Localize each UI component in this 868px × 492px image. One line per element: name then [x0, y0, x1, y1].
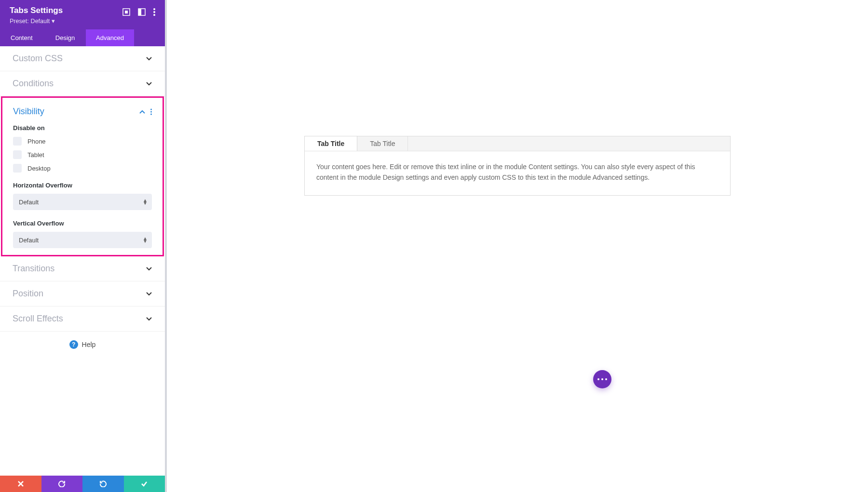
module-tabs: Tab Title Tab Title: [305, 136, 730, 151]
sidebar-toggle-icon[interactable]: [138, 8, 146, 16]
module-tab-2[interactable]: Tab Title: [357, 136, 408, 151]
more-icon[interactable]: [150, 108, 152, 115]
footer-actions: [0, 476, 165, 492]
horizontal-overflow-select[interactable]: Default ▲▼: [13, 194, 152, 210]
disable-on-tablet[interactable]: Tablet: [13, 148, 152, 161]
help-link[interactable]: ? Help: [0, 331, 165, 358]
disable-on-desktop[interactable]: Desktop: [13, 161, 152, 175]
section-custom-css[interactable]: Custom CSS: [0, 46, 165, 71]
chevron-down-icon: [146, 266, 152, 272]
svg-point-8: [150, 111, 152, 112]
tabs-module: Tab Title Tab Title Your content goes he…: [304, 136, 731, 196]
panel-header: Tabs Settings Preset: Default ▾: [0, 0, 165, 29]
expand-icon[interactable]: [122, 8, 130, 16]
cancel-button[interactable]: [0, 476, 41, 492]
module-content[interactable]: Your content goes here. Edit or remove t…: [305, 151, 730, 195]
vertical-overflow-label: Vertical Overflow: [2, 217, 163, 230]
svg-point-5: [153, 11, 155, 13]
disable-on-label: Disable on: [2, 121, 163, 134]
chevron-down-icon: [146, 80, 152, 87]
checkbox[interactable]: [13, 137, 22, 146]
tab-content[interactable]: Content: [0, 29, 44, 46]
section-transitions[interactable]: Transitions: [0, 256, 165, 281]
svg-point-7: [150, 108, 152, 110]
redo-button[interactable]: [82, 476, 124, 492]
updown-icon: ▲▼: [143, 237, 146, 243]
help-icon: ?: [69, 340, 78, 349]
panel-body: Custom CSS Conditions Visibility Disable…: [0, 46, 165, 476]
checkbox[interactable]: [13, 150, 22, 159]
chevron-down-icon: [146, 55, 152, 62]
svg-point-9: [150, 113, 152, 115]
section-position[interactable]: Position: [0, 281, 165, 306]
tab-design[interactable]: Design: [44, 29, 86, 46]
svg-point-4: [153, 8, 155, 10]
chevron-down-icon: [146, 291, 152, 297]
more-icon[interactable]: [153, 8, 155, 16]
section-visibility-highlight: Visibility Disable on Phone Tablet: [1, 96, 164, 256]
undo-button[interactable]: [41, 476, 83, 492]
disable-on-phone[interactable]: Phone: [13, 134, 152, 148]
vertical-overflow-select[interactable]: Default ▲▼: [13, 232, 152, 248]
save-button[interactable]: [124, 476, 165, 492]
fab-more-button[interactable]: [593, 370, 611, 388]
preview-canvas: Tab Title Tab Title Your content goes he…: [167, 0, 868, 492]
preset-selector[interactable]: Preset: Default ▾: [10, 17, 63, 25]
section-scroll-effects[interactable]: Scroll Effects: [0, 306, 165, 331]
svg-point-6: [153, 14, 155, 16]
module-tab-1[interactable]: Tab Title: [305, 136, 357, 151]
settings-tabs: Content Design Advanced: [0, 29, 165, 46]
checkbox[interactable]: [13, 164, 22, 173]
panel-title: Tabs Settings: [10, 6, 63, 15]
caret-down-icon: ▾: [52, 17, 55, 25]
tab-advanced[interactable]: Advanced: [86, 29, 134, 46]
svg-rect-1: [125, 11, 128, 13]
section-conditions[interactable]: Conditions: [0, 71, 165, 96]
section-visibility[interactable]: Visibility: [2, 98, 163, 121]
updown-icon: ▲▼: [143, 199, 146, 205]
chevron-up-icon: [139, 108, 146, 115]
svg-rect-3: [138, 9, 141, 15]
settings-panel: Tabs Settings Preset: Default ▾ Content …: [0, 0, 167, 492]
horizontal-overflow-label: Horizontal Overflow: [2, 179, 163, 192]
chevron-down-icon: [146, 316, 152, 322]
